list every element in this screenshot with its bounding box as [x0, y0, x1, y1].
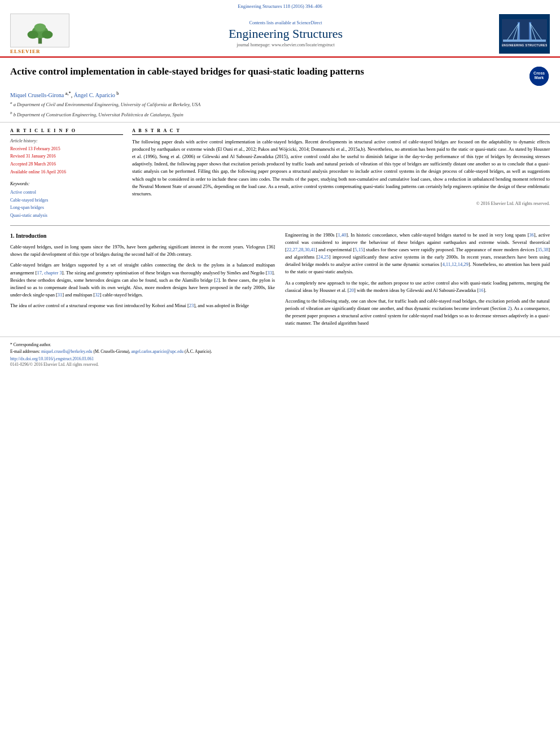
date-revised: Revised 31 January 2016: [10, 152, 123, 160]
svg-point-4: [34, 23, 46, 31]
intro-para-1: Cable-stayed bridges, used in long spans…: [10, 243, 275, 258]
journal-center: Contents lists available at ScienceDirec…: [72, 20, 499, 47]
section-divider: [10, 225, 550, 226]
keyword-3[interactable]: Long-span bridges: [10, 204, 123, 212]
elsevier-label-text: ELSEVIER: [10, 49, 41, 54]
ref-2[interactable]: 2: [216, 277, 218, 283]
elsevier-tree-icon: [18, 22, 63, 45]
ref-5-15[interactable]: 5,15: [355, 247, 363, 252]
doi-link[interactable]: http://dx.doi.org/10.1016/j.engstruct.20…: [10, 356, 550, 361]
body-columns: 1. Introduction Cable-stayed bridges, us…: [0, 231, 560, 331]
ref-35-38[interactable]: 35,38: [537, 247, 548, 252]
ref-20[interactable]: 20: [349, 287, 355, 293]
author-2[interactable]: Ángel C. Aparicio: [74, 92, 115, 98]
logo-title-text: ENGINEERING STRUCTURES: [502, 19, 547, 49]
svg-text:Mark: Mark: [535, 76, 544, 80]
author-1-sup: a,*: [65, 91, 71, 96]
science-direct-link[interactable]: Contents lists available at ScienceDirec…: [78, 20, 493, 25]
crossmark-badge[interactable]: Cross Mark: [530, 67, 550, 87]
main-columns: A R T I C L E I N F O Article history: R…: [0, 123, 560, 220]
date-accepted: Accepted 28 March 2016: [10, 160, 123, 168]
journal-title: Engineering Structures: [78, 27, 493, 41]
corresponding-author-note: * Corresponding author.: [10, 342, 550, 348]
author-2-sup: b: [116, 91, 119, 96]
ref-section-2[interactable]: 2: [508, 305, 510, 311]
elsevier-logo: ELSEVIER: [10, 14, 72, 54]
intro-para-3: The idea of active control of a structur…: [10, 302, 275, 309]
svg-point-3: [42, 30, 53, 38]
right-para-1: Engineering in the 1980s [1,40]. In hist…: [285, 231, 550, 276]
article-title-row: Active control implementation in cable-s…: [10, 65, 550, 87]
keywords-block: Keywords: Active control Cable-stayed br…: [10, 181, 123, 219]
article-title: Active control implementation in cable-s…: [10, 65, 530, 78]
ref-17[interactable]: 17, chapter 3: [37, 270, 62, 276]
svg-point-2: [27, 30, 38, 38]
svg-text:Cross: Cross: [533, 71, 545, 75]
svg-text:ENGINEERING STRUCTURES: ENGINEERING STRUCTURES: [502, 43, 547, 47]
journal-logo-icon: ENGINEERING STRUCTURES: [502, 19, 547, 47]
issn-line: 0141-0296/© 2016 Elsevier Ltd. All right…: [10, 362, 550, 367]
footer-area: * Corresponding author. E-mail addresses…: [0, 337, 560, 370]
authors-line: Miquel Crusells-Girona a,*, Ángel C. Apa…: [10, 91, 550, 98]
keyword-1[interactable]: Active control: [10, 189, 123, 196]
affiliation-2: b b Department of Construction Engineeri…: [10, 111, 550, 119]
article-info-col: A R T I C L E I N F O Article history: R…: [10, 128, 123, 220]
body-right-col: Engineering in the 1980s [1,40]. In hist…: [285, 231, 550, 331]
journal-logo-right: ENGINEERING STRUCTURES: [499, 14, 550, 54]
keyword-4[interactable]: Quasi-static analysis: [10, 212, 123, 220]
email-1[interactable]: miquel.crusells@berkeley.edu: [41, 349, 93, 354]
ref-1-40[interactable]: 1,40: [338, 232, 346, 238]
author-names: Miquel Crusells-Girona a,*, Ángel C. Apa…: [10, 92, 119, 98]
date-received: Received 13 February 2015: [10, 145, 123, 153]
email-note: E-mail addresses: miquel.crusells@berkel…: [10, 348, 550, 355]
top-journal-link: Engineering Structures 118 (2016) 394–40…: [0, 0, 560, 10]
svg-rect-8: [503, 40, 546, 42]
section-1-title: 1. Introduction: [10, 231, 275, 241]
abstract-col: A B S T R A C T The following paper deal…: [132, 128, 550, 220]
intro-para-2: Cable-stayed bridges are bridges support…: [10, 261, 275, 299]
ref-24-25[interactable]: 24,25: [318, 254, 329, 260]
article-info-header: A R T I C L E I N F O: [10, 128, 123, 135]
history-dates: Received 13 February 2015 Revised 31 Jan…: [10, 145, 123, 176]
ref-33[interactable]: 33: [268, 270, 273, 276]
elsevier-logo-box: [10, 14, 69, 47]
abstract-text: The following paper deals with active co…: [132, 138, 550, 198]
right-para-3: According to the following study, one ca…: [285, 298, 550, 327]
email-2[interactable]: angel.carlos.aparicio@upc.edu: [132, 349, 184, 354]
article-area: Active control implementation in cable-s…: [0, 58, 560, 123]
journal-homepage: journal homepage: www.elsevier.com/locat…: [78, 42, 493, 47]
email-label: E-mail addresses:: [10, 349, 40, 354]
journal-issue-ref: Engineering Structures 118 (2016) 394–40…: [238, 3, 322, 9]
date-available: Available online 16 April 2016: [10, 168, 123, 176]
keywords-label: Keywords:: [10, 181, 123, 186]
ref-36[interactable]: 36: [529, 232, 534, 238]
body-left-col: 1. Introduction Cable-stayed bridges, us…: [10, 231, 275, 331]
affiliation-1: a a Department of Civil and Environmenta…: [10, 101, 550, 108]
right-para-2: As a completely new approach to the topi…: [285, 279, 550, 294]
author-1[interactable]: Miquel Crusells-Girona: [10, 92, 64, 98]
keyword-2[interactable]: Cable-stayed bridges: [10, 196, 123, 204]
history-label: Article history:: [10, 138, 123, 143]
ref-16[interactable]: 16: [479, 287, 484, 293]
article-history-block: Article history: Received 13 February 20…: [10, 138, 123, 176]
ref-31[interactable]: 31: [58, 292, 63, 298]
copyright-line: © 2016 Elsevier Ltd. All rights reserved…: [132, 201, 550, 206]
page-wrapper: Engineering Structures 118 (2016) 394–40…: [0, 0, 560, 747]
ref-32[interactable]: 32: [95, 292, 100, 298]
ref-22-41[interactable]: 22,27,28,30,41: [287, 247, 316, 252]
abstract-header: A B S T R A C T: [132, 128, 550, 135]
journal-header: ELSEVIER Contents lists available at Sci…: [0, 10, 560, 58]
crossmark-icon[interactable]: Cross Mark: [530, 67, 549, 86]
ref-4-29[interactable]: 4,11,12,14,29: [442, 261, 468, 267]
ref-23[interactable]: 23: [189, 303, 194, 308]
